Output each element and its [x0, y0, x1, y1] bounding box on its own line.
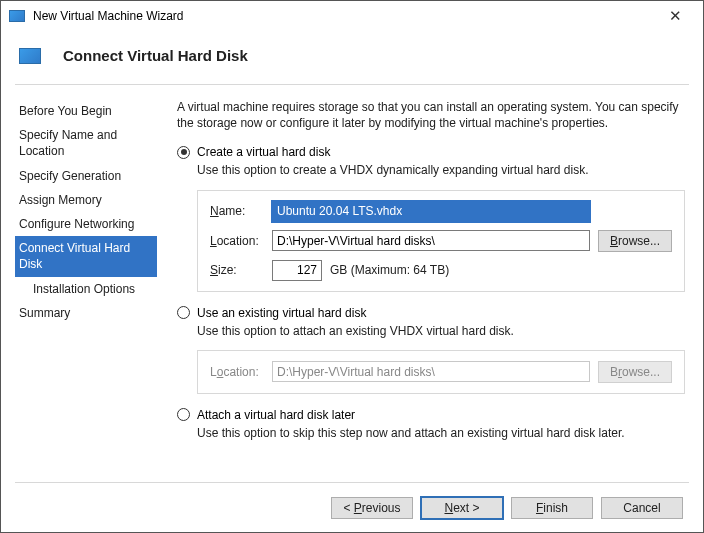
browse-button[interactable]: Browse...: [598, 230, 672, 252]
next-button[interactable]: Next >: [421, 497, 503, 519]
wizard-header: Connect Virtual Hard Disk: [1, 31, 703, 84]
close-icon[interactable]: ✕: [655, 7, 695, 25]
existing-location-input: [272, 361, 590, 382]
option-use-existing: Use an existing virtual hard disk Use th…: [177, 306, 685, 394]
name-label: Name:: [210, 204, 264, 218]
sidebar-item-before-you-begin[interactable]: Before You Begin: [15, 99, 157, 123]
cancel-button[interactable]: Cancel: [601, 497, 683, 519]
wizard-main: A virtual machine requires storage so th…: [177, 99, 685, 482]
radio-use-existing[interactable]: [177, 306, 190, 319]
wizard-footer: < Previous Next > Finish Cancel: [15, 482, 689, 532]
titlebar: New Virtual Machine Wizard ✕: [1, 1, 703, 31]
hint-later: Use this option to skip this step now an…: [197, 425, 685, 441]
sidebar-item-summary[interactable]: Summary: [15, 301, 157, 325]
size-input[interactable]: [272, 260, 322, 281]
sidebar-item-specify-name[interactable]: Specify Name and Location: [15, 123, 157, 163]
wizard-steps-sidebar: Before You Begin Specify Name and Locati…: [15, 99, 157, 482]
create-vhd-form: Name: Location: Browse... Size: GB (Maxi…: [197, 190, 685, 292]
sidebar-item-configure-networking[interactable]: Configure Networking: [15, 212, 157, 236]
radio-attach-later[interactable]: [177, 408, 190, 421]
radio-existing-label: Use an existing virtual hard disk: [197, 306, 366, 320]
size-unit: GB (Maximum: 64 TB): [330, 263, 449, 277]
option-create-vhd: Create a virtual hard disk Use this opti…: [177, 145, 685, 291]
location-label: Location:: [210, 234, 264, 248]
size-label: Size:: [210, 263, 264, 277]
intro-text: A virtual machine requires storage so th…: [177, 99, 685, 131]
radio-create-vhd[interactable]: [177, 146, 190, 159]
option-attach-later: Attach a virtual hard disk later Use thi…: [177, 408, 685, 441]
sidebar-item-installation-options[interactable]: Installation Options: [15, 277, 157, 301]
sidebar-item-specify-generation[interactable]: Specify Generation: [15, 164, 157, 188]
radio-create-label: Create a virtual hard disk: [197, 145, 330, 159]
existing-browse-button: Browse...: [598, 361, 672, 383]
previous-button[interactable]: < Previous: [331, 497, 413, 519]
name-input[interactable]: [272, 201, 590, 222]
sidebar-item-connect-vhd[interactable]: Connect Virtual Hard Disk: [15, 236, 157, 276]
window-title: New Virtual Machine Wizard: [33, 9, 655, 23]
existing-location-label: Location:: [210, 365, 264, 379]
finish-button[interactable]: Finish: [511, 497, 593, 519]
hint-create: Use this option to create a VHDX dynamic…: [197, 162, 685, 178]
location-input[interactable]: [272, 230, 590, 251]
sidebar-item-assign-memory[interactable]: Assign Memory: [15, 188, 157, 212]
wizard-header-icon: [19, 48, 41, 64]
page-title: Connect Virtual Hard Disk: [63, 47, 248, 64]
radio-later-label: Attach a virtual hard disk later: [197, 408, 355, 422]
existing-vhd-form: Location: Browse...: [197, 350, 685, 394]
app-icon: [9, 10, 25, 22]
hint-existing: Use this option to attach an existing VH…: [197, 323, 685, 339]
